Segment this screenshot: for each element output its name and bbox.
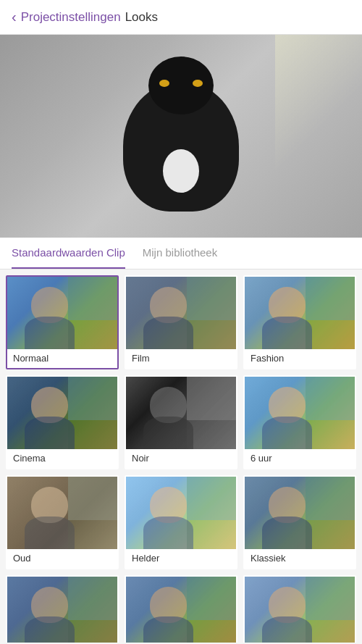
look-item-helder[interactable]: Helder — [125, 475, 237, 569]
look-item-row4b[interactable] — [125, 575, 237, 643]
look-thumbnail-normaal — [7, 277, 117, 349]
look-item-oud[interactable]: Oud — [6, 475, 119, 569]
tab-standaard[interactable]: Standaardwaarden Clip — [12, 238, 125, 269]
look-label-klassiek: Klassiek — [245, 549, 355, 568]
look-item-film[interactable]: Film — [125, 275, 237, 369]
look-label-fashion: Fashion — [245, 349, 355, 368]
look-item-cinema[interactable]: Cinema — [6, 375, 119, 469]
look-item-6uur[interactable]: 6 uur — [243, 375, 356, 469]
look-thumbnail-fashion — [245, 277, 355, 349]
look-item-noir[interactable]: Noir — [125, 375, 237, 469]
header: ‹ Projectinstellingen Looks — [0, 0, 362, 35]
look-thumbnail-noir — [126, 377, 236, 449]
look-thumbnail-helder — [126, 477, 236, 549]
look-label-cinema: Cinema — [7, 449, 117, 468]
look-label-film: Film — [126, 349, 236, 368]
look-label-normaal: Normaal — [7, 349, 117, 368]
looks-grid: NormaalFilmFashionCinemaNoir6 uurOudHeld… — [0, 269, 362, 643]
look-item-row4a[interactable] — [6, 575, 119, 643]
look-label-noir: Noir — [126, 449, 236, 468]
look-thumbnail-row4c — [245, 577, 355, 643]
look-label-helder: Helder — [126, 549, 236, 568]
cat-eye-left — [159, 80, 169, 87]
tab-bibliotheek[interactable]: Mijn bibliotheek — [143, 238, 217, 269]
look-thumbnail-klassiek — [245, 477, 355, 549]
hero-image — [0, 35, 362, 238]
look-thumbnail-oud — [7, 477, 117, 549]
look-item-normaal[interactable]: Normaal — [6, 275, 119, 369]
look-item-klassiek[interactable]: Klassiek — [243, 475, 356, 569]
back-label[interactable]: Projectinstellingen — [21, 10, 121, 25]
look-label-oud: Oud — [7, 549, 117, 568]
look-thumbnail-6uur — [245, 377, 355, 449]
window-light — [275, 35, 362, 180]
look-label-6uur: 6 uur — [245, 449, 355, 468]
look-thumbnail-row4b — [126, 577, 236, 643]
look-item-row4c[interactable] — [243, 575, 356, 643]
cat-white-chest — [163, 149, 199, 193]
back-arrow-icon[interactable]: ‹ — [12, 9, 17, 25]
tab-bar: Standaardwaarden Clip Mijn bibliotheek — [0, 238, 362, 269]
cat-eyes — [159, 80, 203, 87]
look-thumbnail-cinema — [7, 377, 117, 449]
look-thumbnail-row4a — [7, 577, 117, 643]
look-item-fashion[interactable]: Fashion — [243, 275, 356, 369]
page-title: Looks — [125, 10, 158, 25]
cat-eye-right — [193, 80, 203, 87]
look-thumbnail-film — [126, 277, 236, 349]
